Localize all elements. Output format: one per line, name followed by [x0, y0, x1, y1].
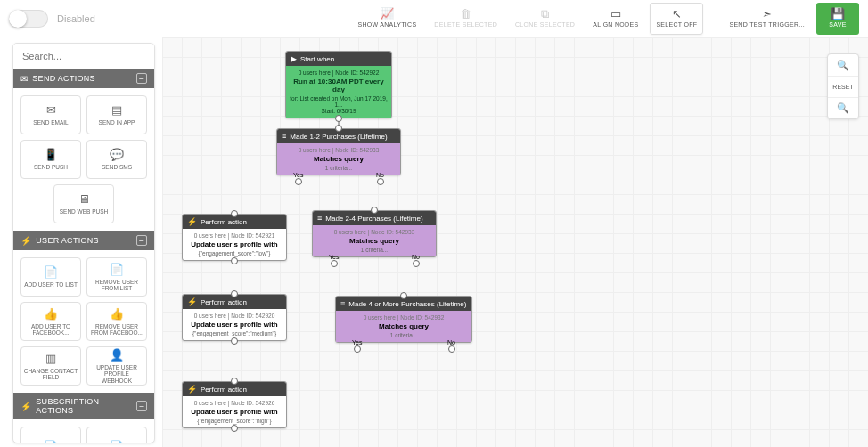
send-test-trigger-button[interactable]: ➣ SEND TEST TRIGGER... [723, 3, 811, 35]
send-web-push-tile[interactable]: 🖥SEND WEB PUSH [53, 184, 114, 224]
select-off-button[interactable]: ↖ SELECT OFF [650, 3, 703, 35]
port-no[interactable] [377, 178, 384, 185]
cursor-icon: ↖ [672, 8, 682, 20]
branch-ports: Yes No [313, 254, 436, 267]
port-in[interactable] [231, 290, 238, 297]
top-toolbar: Disabled 📈 SHOW ANALYTICS 🗑 DELETE SELEC… [0, 0, 868, 37]
query-node-4-plus-purchases[interactable]: ≡Made 4 or More Purchases (Lifetime) 0 u… [335, 296, 472, 343]
remove-user-from-facebook-tile[interactable]: 👍REMOVE USER FROM FACEBOO... [86, 302, 147, 341]
zoom-out-button[interactable]: 🔍 [828, 97, 858, 118]
subscription-actions-grid: 📄 📄 [13, 419, 154, 443]
port-out[interactable] [231, 337, 238, 345]
list-remove-icon: 📄 [110, 263, 124, 276]
actions-sidebar: ✉ SEND ACTIONS – ✉SEND EMAIL ▤SEND IN AP… [12, 43, 155, 443]
collapse-icon[interactable]: – [136, 73, 147, 84]
bolt-icon: ⚡ [20, 402, 31, 411]
send-actions-header[interactable]: ✉ SEND ACTIONS – [13, 69, 154, 88]
branch-ports: Yes No [336, 339, 471, 353]
bolt-icon: ⚡ [187, 385, 197, 394]
port-in[interactable] [371, 207, 378, 214]
align-nodes-button[interactable]: ▭ ALIGN NODES [586, 3, 644, 35]
workflow-canvas[interactable]: 🔍 RESET 🔍 ▶Start when 0 users here | Nod… [162, 37, 868, 447]
send-push-tile[interactable]: 📱SEND PUSH [20, 140, 81, 179]
port-yes[interactable] [331, 260, 338, 267]
port-yes[interactable] [354, 345, 361, 353]
bolt-icon: ⚡ [20, 236, 31, 246]
save-button[interactable]: 💾 SAVE [816, 3, 859, 35]
port-out[interactable] [335, 115, 342, 122]
search-input[interactable] [13, 44, 154, 69]
zoom-in-icon: 🔍 [837, 60, 849, 71]
port-out[interactable] [231, 425, 238, 432]
send-section-icon: ✉ [20, 74, 28, 84]
delete-selected-button[interactable]: 🗑 DELETE SELECTED [428, 3, 504, 35]
list-icon: ≡ [340, 299, 345, 308]
doc-icon: 📄 [110, 440, 124, 444]
add-user-to-facebook-tile[interactable]: 👍ADD USER TO FACEBOOK... [20, 302, 81, 341]
action-node-high[interactable]: ⚡Perform action 0 users here | Node ID: … [182, 381, 287, 428]
branch-ports: Yes No [277, 172, 400, 185]
collapse-icon[interactable]: – [136, 235, 147, 246]
copy-icon: ⧉ [541, 8, 549, 20]
send-icon: ➣ [762, 8, 772, 20]
email-icon: ✉ [46, 103, 56, 117]
subscription-actions-header[interactable]: ⚡ SUBSCRIPTION ACTIONS – [13, 393, 154, 419]
subscription-tile-2[interactable]: 📄 [86, 427, 147, 443]
change-contact-field-tile[interactable]: ▥CHANGE CONTACT FIELD [20, 346, 81, 386]
port-in[interactable] [335, 125, 342, 132]
webhook-icon: 👤 [110, 348, 124, 362]
send-sms-tile[interactable]: 💬SEND SMS [86, 140, 147, 179]
add-user-to-list-tile[interactable]: 📄ADD USER TO LIST [20, 257, 81, 297]
inapp-icon: ▤ [111, 103, 122, 117]
query-node-2-4-purchases[interactable]: ≡Made 2-4 Purchases (Lifetime) 0 users h… [312, 210, 437, 257]
list-icon: ≡ [317, 214, 322, 223]
save-icon: 💾 [831, 8, 845, 20]
port-in[interactable] [231, 210, 238, 217]
subscription-tile-1[interactable]: 📄 [20, 427, 81, 443]
port-out[interactable] [231, 257, 238, 264]
webpush-icon: 🖥 [78, 192, 90, 206]
update-user-profile-webhook-tile[interactable]: 👤UPDATE USER PROFILE WEBHOOK [86, 346, 147, 386]
user-actions-header[interactable]: ⚡ USER ACTIONS – [13, 231, 154, 250]
zoom-reset-button[interactable]: RESET [828, 76, 858, 97]
start-node[interactable]: ▶Start when 0 users here | Node ID: 5429… [285, 51, 392, 118]
port-in[interactable] [231, 378, 238, 385]
bolt-icon: ⚡ [187, 297, 197, 306]
action-node-low[interactable]: ⚡Perform action 0 users here | Node ID: … [182, 214, 287, 261]
bolt-icon: ⚡ [187, 217, 197, 226]
show-analytics-button[interactable]: 📈 SHOW ANALYTICS [351, 3, 422, 35]
facebook-remove-icon: 👍 [110, 307, 124, 321]
port-in[interactable] [400, 292, 407, 299]
query-node-1-2-purchases[interactable]: ≡Made 1-2 Purchases (Lifetime) 0 users h… [276, 128, 401, 175]
contact-field-icon: ▥ [45, 352, 56, 365]
facebook-add-icon: 👍 [44, 307, 58, 321]
clone-selected-button[interactable]: ⧉ CLONE SELECTED [509, 3, 581, 35]
user-actions-grid: 📄ADD USER TO LIST 📄REMOVE USER FROM LIST… [13, 250, 154, 393]
toggle-label: Disabled [57, 13, 95, 24]
send-in-app-tile[interactable]: ▤SEND IN APP [86, 95, 147, 134]
analytics-icon: 📈 [380, 8, 394, 20]
align-icon: ▭ [610, 8, 621, 20]
list-add-icon: 📄 [44, 265, 58, 279]
list-icon: ≡ [282, 132, 286, 141]
zoom-out-icon: 🔍 [837, 102, 849, 114]
port-no[interactable] [448, 345, 455, 353]
port-no[interactable] [413, 260, 420, 267]
push-icon: 📱 [44, 148, 58, 161]
doc-icon: 📄 [44, 440, 58, 444]
port-yes[interactable] [295, 178, 302, 185]
sms-icon: 💬 [110, 148, 124, 161]
zoom-in-button[interactable]: 🔍 [828, 54, 858, 76]
trash-icon: 🗑 [460, 8, 471, 20]
send-email-tile[interactable]: ✉SEND EMAIL [20, 95, 81, 134]
enable-toggle[interactable] [9, 10, 48, 28]
collapse-icon[interactable]: – [136, 401, 147, 411]
play-icon: ▶ [291, 54, 297, 63]
remove-user-from-list-tile[interactable]: 📄REMOVE USER FROM LIST [86, 257, 147, 297]
action-node-medium[interactable]: ⚡Perform action 0 users here | Node ID: … [182, 294, 287, 341]
zoom-controls: 🔍 RESET 🔍 [827, 53, 859, 119]
send-actions-grid: ✉SEND EMAIL ▤SEND IN APP 📱SEND PUSH 💬SEN… [13, 88, 154, 231]
